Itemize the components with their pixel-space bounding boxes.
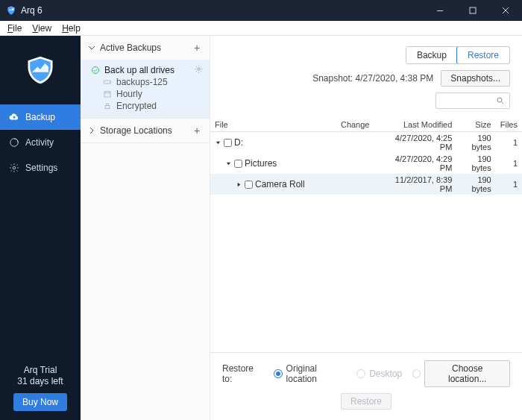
col-modified[interactable]: Last Modified [380,118,456,132]
svg-rect-0 [470,7,476,13]
search-input[interactable] [435,93,510,109]
snapshots-button[interactable]: Snapshots... [441,70,510,87]
section-label: Active Backups [100,43,192,53]
menu-view[interactable]: View [28,22,56,34]
col-files[interactable]: Files [496,118,522,132]
disclosure-right-icon[interactable] [236,181,242,188]
svg-rect-8 [105,106,110,109]
row-modified: 11/2/2017, 8:39 PM [380,174,456,195]
choose-location-button[interactable]: Choose location... [424,360,510,387]
radio-label: Original location [286,363,347,384]
trial-title: Arq Trial [0,365,81,376]
plan-settings-icon[interactable] [194,64,204,74]
add-backup-button[interactable]: + [192,42,202,54]
disclosure-down-icon[interactable] [225,160,232,167]
add-storage-button[interactable]: + [192,125,202,137]
table-row[interactable]: D: 4/27/2020, 4:25 PM 190 bytes 1 [210,132,522,154]
backup-plan[interactable]: Back up all drives backups-125 Hourly En… [81,60,210,118]
disclosure-down-icon[interactable] [215,140,221,146]
buy-now-button[interactable]: Buy Now [13,393,67,411]
row-files: 1 [496,153,522,174]
row-checkbox[interactable] [234,160,242,168]
close-button[interactable] [489,0,522,21]
menu-help[interactable]: Help [57,22,85,34]
plan-schedule: Hourly [116,89,142,99]
window-title: Arq 6 [21,5,43,16]
status-ok-icon [91,66,100,75]
row-modified: 4/27/2020, 4:25 PM [380,132,456,154]
col-change[interactable]: Change [336,118,380,132]
radio-choose-location[interactable]: Choose location... [412,360,510,387]
col-size[interactable]: Size [456,118,495,132]
svg-point-9 [497,98,502,102]
nav-activity[interactable]: Activity [0,130,81,155]
file-tree-table: File Change Last Modified Size Files D: … [210,118,522,352]
radio-desktop[interactable]: Desktop [356,369,402,379]
col-file[interactable]: File [210,118,336,132]
section-header-active-backups[interactable]: Active Backups + [81,36,210,60]
radio-label: Desktop [369,369,402,379]
row-name: D: [234,137,243,148]
chevron-down-icon [88,44,95,51]
restore-button[interactable]: Restore [341,393,392,410]
row-name: Camera Roll [255,179,305,189]
row-size: 190 bytes [456,174,495,195]
row-size: 190 bytes [456,132,495,154]
maximize-button[interactable] [456,0,489,21]
calendar-icon [103,90,112,98]
cloud-upload-icon [9,112,19,122]
lock-icon [103,101,112,110]
row-files: 1 [496,132,522,154]
activity-icon [9,137,19,148]
section-header-storage-locations[interactable]: Storage Locations + [81,119,210,142]
svg-point-4 [92,67,99,74]
table-row[interactable]: Camera Roll 11/2/2017, 8:39 PM 190 bytes… [210,174,522,195]
radio-original-location[interactable]: Original location [274,363,346,384]
restore-to-label: Restore to: [222,363,263,384]
chevron-right-icon [88,127,95,134]
mode-tabs: Backup Restore [406,46,510,64]
trial-days: 31 days left [0,376,81,387]
table-header-row: File Change Last Modified Size Files [210,118,522,132]
row-checkbox[interactable] [245,181,253,189]
app-logo [0,36,81,104]
svg-point-2 [13,166,16,169]
row-change [336,153,380,174]
table-row[interactable]: Pictures 4/27/2020, 4:29 PM 190 bytes 1 [210,153,522,174]
snapshot-label: Snapshot: 4/27/2020, 4:38 PM [312,73,433,84]
section-label: Storage Locations [100,125,192,136]
gear-icon [9,163,19,173]
svg-rect-7 [104,92,110,98]
sidebar: Backup Activity Settings Arq Trial 31 da… [0,36,81,420]
minimize-button[interactable] [424,0,456,21]
row-change [336,132,380,154]
tab-restore[interactable]: Restore [456,46,510,64]
nav-label: Backup [25,112,55,122]
nav-backup[interactable]: Backup [0,104,81,130]
menu-file[interactable]: File [3,22,26,34]
section-active-backups: Active Backups + Back up all drives back… [81,36,210,119]
row-change [336,174,380,195]
svg-point-3 [198,68,200,70]
menubar: File View Help [0,21,522,36]
app-shield-icon [6,5,16,16]
nav-settings[interactable]: Settings [0,155,81,181]
nav-label: Settings [25,163,57,173]
content-pane: Backup Restore Snapshot: 4/27/2020, 4:38… [210,36,522,420]
row-size: 190 bytes [456,153,495,174]
titlebar: Arq 6 [0,0,522,21]
plans-panel: Active Backups + Back up all drives back… [81,36,210,420]
row-files: 1 [496,174,522,195]
section-storage-locations: Storage Locations + [81,119,210,143]
search-icon [496,96,505,105]
plan-name: Back up all drives [104,65,174,75]
row-name: Pictures [245,158,277,169]
nav-label: Activity [25,137,54,148]
plan-encryption: Encrypted [116,101,157,111]
row-modified: 4/27/2020, 4:29 PM [380,153,456,174]
row-checkbox[interactable] [224,139,232,147]
plan-target: backups-125 [116,77,168,87]
tab-backup[interactable]: Backup [406,47,457,63]
restore-bar: Restore to: Original location Desktop Ch… [210,352,522,420]
drive-icon [103,78,112,87]
